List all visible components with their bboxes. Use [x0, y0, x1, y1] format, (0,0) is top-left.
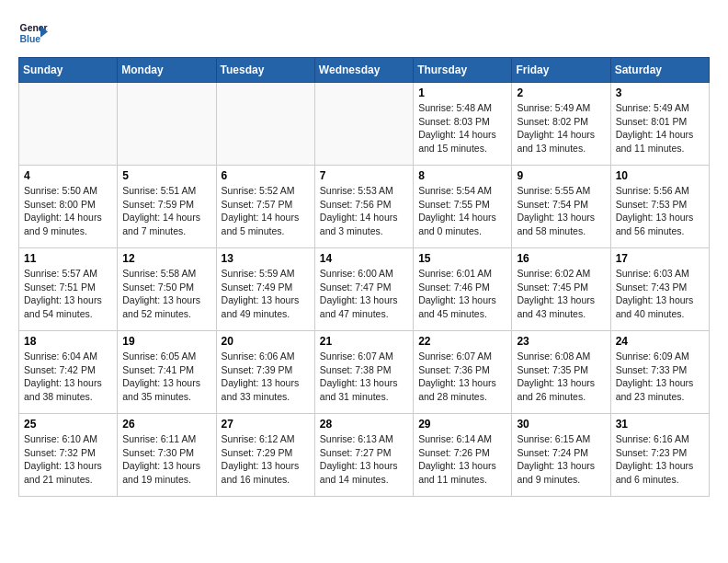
day-content: Sunrise: 5:48 AM Sunset: 8:03 PM Dayligh… — [418, 101, 506, 155]
day-content: Sunrise: 5:54 AM Sunset: 7:55 PM Dayligh… — [418, 184, 506, 238]
day-content: Sunrise: 5:49 AM Sunset: 8:02 PM Dayligh… — [517, 101, 605, 155]
header-wednesday: Wednesday — [314, 58, 413, 83]
day-number: 4 — [24, 169, 112, 182]
day-number: 8 — [418, 169, 506, 182]
day-number: 5 — [122, 169, 210, 182]
calendar-cell: 1Sunrise: 5:48 AM Sunset: 8:03 PM Daylig… — [414, 83, 512, 166]
day-content: Sunrise: 6:14 AM Sunset: 7:26 PM Dayligh… — [418, 432, 506, 487]
day-number: 10 — [616, 169, 704, 182]
day-number: 28 — [320, 418, 408, 431]
day-number: 2 — [517, 86, 605, 99]
day-number: 16 — [517, 252, 605, 265]
calendar-cell — [216, 83, 314, 166]
day-content: Sunrise: 5:51 AM Sunset: 7:59 PM Dayligh… — [122, 184, 210, 238]
calendar-cell: 25Sunrise: 6:10 AM Sunset: 7:32 PM Dayli… — [19, 414, 118, 497]
day-number: 14 — [320, 252, 408, 265]
day-number: 23 — [517, 335, 605, 348]
week-row-2: 4Sunrise: 5:50 AM Sunset: 8:00 PM Daylig… — [19, 166, 710, 248]
calendar-cell: 10Sunrise: 5:56 AM Sunset: 7:53 PM Dayli… — [610, 166, 709, 248]
calendar-cell: 4Sunrise: 5:50 AM Sunset: 8:00 PM Daylig… — [19, 166, 118, 248]
day-number: 21 — [320, 335, 408, 348]
logo-icon: General Blue — [18, 18, 48, 48]
header-saturday: Saturday — [610, 58, 709, 83]
day-content: Sunrise: 6:09 AM Sunset: 7:33 PM Dayligh… — [616, 350, 704, 404]
day-number: 19 — [122, 335, 210, 348]
day-number: 15 — [418, 252, 506, 265]
day-content: Sunrise: 5:49 AM Sunset: 8:01 PM Dayligh… — [616, 101, 704, 155]
week-row-5: 25Sunrise: 6:10 AM Sunset: 7:32 PM Dayli… — [19, 414, 710, 497]
header-sunday: Sunday — [19, 58, 118, 83]
day-content: Sunrise: 6:12 AM Sunset: 7:29 PM Dayligh… — [222, 432, 310, 487]
day-content: Sunrise: 6:10 AM Sunset: 7:32 PM Dayligh… — [24, 432, 112, 487]
day-content: Sunrise: 6:05 AM Sunset: 7:41 PM Dayligh… — [122, 350, 210, 404]
calendar-cell: 26Sunrise: 6:11 AM Sunset: 7:30 PM Dayli… — [118, 414, 216, 497]
day-content: Sunrise: 6:02 AM Sunset: 7:45 PM Dayligh… — [517, 267, 605, 321]
day-content: Sunrise: 6:00 AM Sunset: 7:47 PM Dayligh… — [320, 267, 408, 321]
calendar-cell: 23Sunrise: 6:08 AM Sunset: 7:35 PM Dayli… — [512, 331, 610, 414]
day-number: 26 — [122, 418, 210, 431]
day-number: 12 — [122, 252, 210, 265]
day-number: 25 — [24, 418, 112, 431]
calendar-cell: 5Sunrise: 5:51 AM Sunset: 7:59 PM Daylig… — [118, 166, 216, 248]
day-number: 27 — [222, 418, 310, 431]
day-content: Sunrise: 5:58 AM Sunset: 7:50 PM Dayligh… — [122, 267, 210, 321]
calendar-cell: 31Sunrise: 6:16 AM Sunset: 7:23 PM Dayli… — [610, 414, 709, 497]
calendar-cell: 22Sunrise: 6:07 AM Sunset: 7:36 PM Dayli… — [414, 331, 512, 414]
day-content: Sunrise: 5:50 AM Sunset: 8:00 PM Dayligh… — [24, 184, 112, 238]
day-number: 13 — [222, 252, 310, 265]
day-content: Sunrise: 5:56 AM Sunset: 7:53 PM Dayligh… — [616, 184, 704, 238]
header-friday: Friday — [512, 58, 610, 83]
day-content: Sunrise: 6:11 AM Sunset: 7:30 PM Dayligh… — [122, 432, 210, 487]
day-number: 20 — [222, 335, 310, 348]
calendar-table: SundayMondayTuesdayWednesdayThursdayFrid… — [18, 57, 710, 497]
header-monday: Monday — [118, 58, 216, 83]
header-tuesday: Tuesday — [216, 58, 314, 83]
day-number: 18 — [24, 335, 112, 348]
calendar-cell: 8Sunrise: 5:54 AM Sunset: 7:55 PM Daylig… — [414, 166, 512, 248]
day-content: Sunrise: 5:55 AM Sunset: 7:54 PM Dayligh… — [517, 184, 605, 238]
day-number: 1 — [418, 86, 506, 99]
calendar-cell — [314, 83, 413, 166]
day-content: Sunrise: 5:57 AM Sunset: 7:51 PM Dayligh… — [24, 267, 112, 321]
day-number: 6 — [222, 169, 310, 182]
day-content: Sunrise: 6:03 AM Sunset: 7:43 PM Dayligh… — [616, 267, 704, 321]
day-content: Sunrise: 6:16 AM Sunset: 7:23 PM Dayligh… — [616, 432, 704, 487]
logo: General Blue — [18, 18, 48, 48]
calendar-cell: 15Sunrise: 6:01 AM Sunset: 7:46 PM Dayli… — [414, 248, 512, 331]
day-number: 11 — [24, 252, 112, 265]
calendar-cell — [19, 83, 118, 166]
calendar-cell: 21Sunrise: 6:07 AM Sunset: 7:38 PM Dayli… — [314, 331, 413, 414]
calendar-cell: 17Sunrise: 6:03 AM Sunset: 7:43 PM Dayli… — [610, 248, 709, 331]
day-content: Sunrise: 6:15 AM Sunset: 7:24 PM Dayligh… — [517, 432, 605, 487]
calendar-cell: 28Sunrise: 6:13 AM Sunset: 7:27 PM Dayli… — [314, 414, 413, 497]
calendar-cell: 30Sunrise: 6:15 AM Sunset: 7:24 PM Dayli… — [512, 414, 610, 497]
calendar-cell: 2Sunrise: 5:49 AM Sunset: 8:02 PM Daylig… — [512, 83, 610, 166]
day-content: Sunrise: 5:59 AM Sunset: 7:49 PM Dayligh… — [222, 267, 310, 321]
calendar-cell: 29Sunrise: 6:14 AM Sunset: 7:26 PM Dayli… — [414, 414, 512, 497]
calendar-cell: 3Sunrise: 5:49 AM Sunset: 8:01 PM Daylig… — [610, 83, 709, 166]
calendar-cell: 18Sunrise: 6:04 AM Sunset: 7:42 PM Dayli… — [19, 331, 118, 414]
day-number: 17 — [616, 252, 704, 265]
day-number: 7 — [320, 169, 408, 182]
calendar-cell: 7Sunrise: 5:53 AM Sunset: 7:56 PM Daylig… — [314, 166, 413, 248]
calendar-cell: 16Sunrise: 6:02 AM Sunset: 7:45 PM Dayli… — [512, 248, 610, 331]
calendar-cell: 12Sunrise: 5:58 AM Sunset: 7:50 PM Dayli… — [118, 248, 216, 331]
day-content: Sunrise: 6:07 AM Sunset: 7:36 PM Dayligh… — [418, 350, 506, 404]
day-number: 30 — [517, 418, 605, 431]
day-content: Sunrise: 6:01 AM Sunset: 7:46 PM Dayligh… — [418, 267, 506, 321]
day-content: Sunrise: 6:04 AM Sunset: 7:42 PM Dayligh… — [24, 350, 112, 404]
calendar-cell: 14Sunrise: 6:00 AM Sunset: 7:47 PM Dayli… — [314, 248, 413, 331]
day-content: Sunrise: 6:06 AM Sunset: 7:39 PM Dayligh… — [222, 350, 310, 404]
header-thursday: Thursday — [414, 58, 512, 83]
day-number: 29 — [418, 418, 506, 431]
day-number: 22 — [418, 335, 506, 348]
calendar-cell: 6Sunrise: 5:52 AM Sunset: 7:57 PM Daylig… — [216, 166, 314, 248]
calendar-cell: 24Sunrise: 6:09 AM Sunset: 7:33 PM Dayli… — [610, 331, 709, 414]
page-header: General Blue — [18, 18, 710, 48]
week-row-4: 18Sunrise: 6:04 AM Sunset: 7:42 PM Dayli… — [19, 331, 710, 414]
calendar-cell: 20Sunrise: 6:06 AM Sunset: 7:39 PM Dayli… — [216, 331, 314, 414]
day-content: Sunrise: 6:13 AM Sunset: 7:27 PM Dayligh… — [320, 432, 408, 487]
calendar-cell: 9Sunrise: 5:55 AM Sunset: 7:54 PM Daylig… — [512, 166, 610, 248]
calendar-cell — [118, 83, 216, 166]
day-content: Sunrise: 5:52 AM Sunset: 7:57 PM Dayligh… — [222, 184, 310, 238]
